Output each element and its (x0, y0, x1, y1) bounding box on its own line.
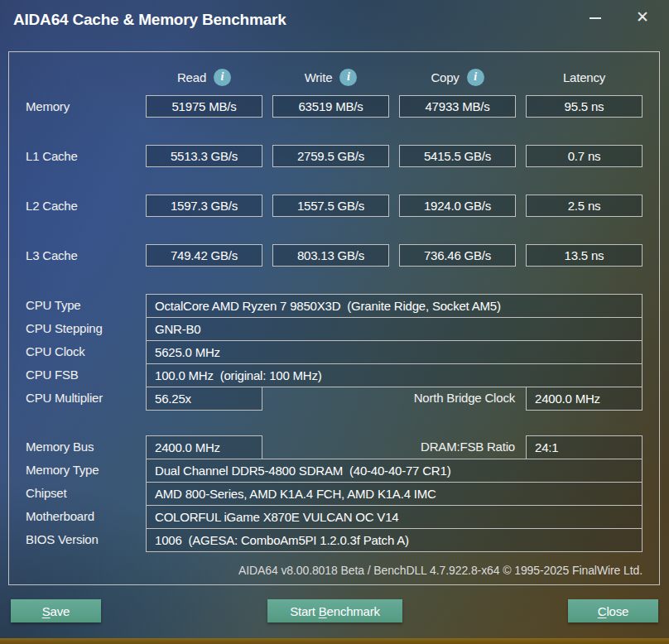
l2-latency-value: 2.5 ns (526, 195, 643, 217)
l1-write-value: 2759.5 GB/s (272, 145, 389, 167)
memory-bus-value: 2400.0 MHz (146, 435, 262, 459)
column-header-write: Write i (272, 67, 389, 87)
save-button[interactable]: Save (11, 599, 101, 622)
row-label-l1-cache: L1 Cache (26, 149, 78, 163)
l2-write-value: 1557.5 GB/s (272, 195, 389, 217)
row-label-memory-type: Memory Type (26, 463, 99, 477)
bios-version-value: 1006 (AGESA: ComboAm5PI 1.2.0.3f Patch A… (146, 528, 643, 552)
write-column-label: Write (305, 70, 333, 84)
memory-latency-value: 95.5 ns (526, 95, 643, 118)
row-label-chipset: Chipset (26, 486, 66, 500)
read-column-label: Read (177, 70, 206, 84)
copy-info-icon[interactable]: i (467, 69, 484, 86)
memory-copy-value: 47933 MB/s (399, 95, 516, 118)
row-label-l3-cache: L3 Cache (26, 248, 78, 262)
cpu-fsb-value: 100.0 MHz (original: 100 MHz) (146, 363, 643, 387)
l3-read-value: 749.42 GB/s (146, 244, 262, 267)
memory-type-value: Dual Channel DDR5-4800 SDRAM (40-40-40-7… (146, 459, 643, 483)
copy-column-label: Copy (431, 70, 459, 84)
column-header-copy: Copy i (399, 67, 516, 87)
row-label-l2-cache: L2 Cache (26, 199, 78, 213)
cpu-multiplier-value: 56.25x (146, 387, 262, 411)
dram-fsb-ratio-label: DRAM:FSB Ratio (421, 440, 515, 454)
column-header-read: Read i (146, 67, 262, 87)
north-bridge-clock-value: 2400.0 MHz (526, 387, 643, 411)
bottom-accent-bar (0, 638, 669, 644)
benchmark-panel: Read i Write i Copy i Latency Memory 519… (8, 51, 660, 585)
memory-write-value: 63519 MB/s (272, 95, 389, 118)
row-label-cpu-type: CPU Type (26, 298, 81, 312)
write-info-icon[interactable]: i (339, 69, 357, 86)
dram-fsb-ratio-value: 24:1 (526, 435, 643, 459)
row-label-cpu-multiplier: CPU Multiplier (26, 391, 103, 405)
l2-read-value: 1597.3 GB/s (146, 195, 262, 217)
l1-latency-value: 0.7 ns (526, 145, 643, 167)
close-button[interactable]: Close (568, 599, 658, 622)
start-benchmark-button[interactable]: Start Benchmark (267, 599, 402, 622)
row-label-cpu-clock: CPU Clock (26, 344, 85, 358)
latency-column-label: Latency (563, 70, 605, 84)
l3-latency-value: 13.5 ns (526, 244, 643, 267)
row-label-motherboard: Motherboard (26, 509, 94, 523)
minimize-icon[interactable] (590, 17, 601, 19)
close-icon[interactable]: ✕ (632, 7, 653, 28)
row-label-memory: Memory (26, 99, 70, 113)
north-bridge-clock-label: North Bridge Clock (414, 391, 515, 405)
chipset-value: AMD 800-Series, AMD K1A.4 FCH, AMD K1A.4… (146, 482, 643, 506)
cpu-clock-value: 5625.0 MHz (146, 340, 643, 364)
l2-copy-value: 1924.0 GB/s (399, 195, 516, 217)
memory-read-value: 51975 MB/s (146, 95, 262, 118)
cpu-stepping-value: GNR-B0 (146, 317, 643, 341)
window-title: AIDA64 Cache & Memory Benchmark (13, 11, 286, 29)
l1-copy-value: 5415.5 GB/s (399, 145, 516, 167)
column-header-latency: Latency (526, 67, 643, 87)
title-bar: AIDA64 Cache & Memory Benchmark ✕ (0, 0, 669, 43)
row-label-memory-bus: Memory Bus (26, 440, 94, 454)
row-label-bios-version: BIOS Version (26, 532, 99, 546)
version-footer: AIDA64 v8.00.8018 Beta / BenchDLL 4.7.92… (238, 564, 643, 577)
aida64-benchmark-window: { "window": { "title": "AIDA64 Cache & M… (0, 0, 669, 644)
l1-read-value: 5513.3 GB/s (146, 145, 262, 167)
read-info-icon[interactable]: i (214, 69, 231, 86)
cpu-type-value: OctalCore AMD Ryzen 7 9850X3D (Granite R… (146, 294, 643, 318)
row-label-cpu-stepping: CPU Stepping (26, 321, 103, 335)
motherboard-value: COLORFUL iGame X870E VULCAN OC V14 (146, 505, 643, 529)
row-label-cpu-fsb: CPU FSB (26, 368, 79, 382)
l3-copy-value: 736.46 GB/s (399, 244, 516, 267)
l3-write-value: 803.13 GB/s (272, 244, 389, 267)
